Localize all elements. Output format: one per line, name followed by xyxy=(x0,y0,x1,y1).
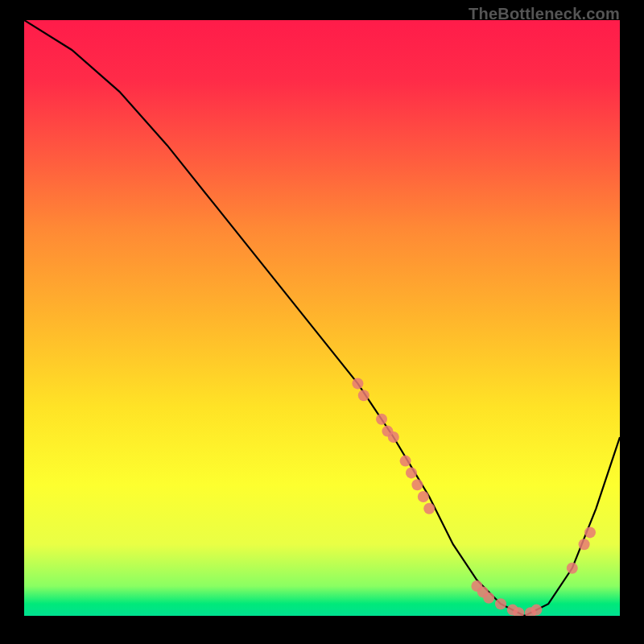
plot-area xyxy=(24,20,620,616)
data-marker xyxy=(483,592,494,604)
data-marker xyxy=(411,479,423,490)
data-marker xyxy=(567,563,578,574)
chart-container: TheBottleneck.com xyxy=(0,0,644,644)
data-marker xyxy=(388,431,399,443)
data-marker xyxy=(579,539,590,550)
data-marker xyxy=(406,467,417,478)
data-marker xyxy=(418,491,429,502)
data-marker xyxy=(423,503,435,514)
data-marker xyxy=(376,414,387,425)
data-marker xyxy=(495,598,506,609)
curve-markers xyxy=(352,378,596,616)
bottleneck-curve-line xyxy=(24,20,620,616)
data-marker xyxy=(584,526,596,538)
data-marker xyxy=(530,605,542,616)
data-marker xyxy=(352,378,363,389)
data-marker xyxy=(358,390,369,401)
curve-layer xyxy=(24,20,620,616)
data-marker xyxy=(400,456,411,467)
